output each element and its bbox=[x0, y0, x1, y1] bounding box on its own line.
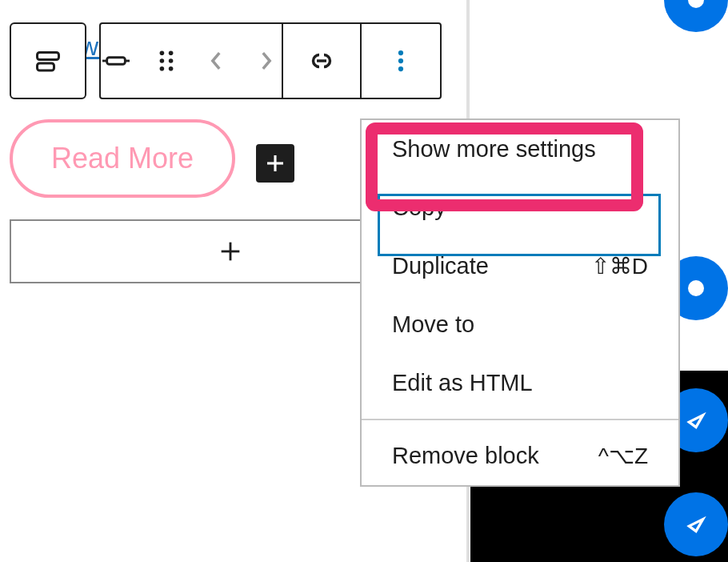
svg-point-20 bbox=[688, 280, 704, 296]
justify-button[interactable] bbox=[101, 42, 132, 80]
menu-item-label: Remove block bbox=[392, 443, 539, 469]
sidebar-action-badge[interactable] bbox=[664, 492, 728, 556]
block-toolbar bbox=[99, 22, 442, 99]
menu-item-copy[interactable]: Copy bbox=[362, 179, 678, 237]
more-options-button[interactable] bbox=[382, 42, 420, 80]
move-up-button[interactable] bbox=[201, 42, 232, 80]
toolbar-section-link bbox=[283, 24, 362, 98]
menu-item-edit-as-html[interactable]: Edit as HTML bbox=[362, 354, 678, 412]
menu-item-label: Move to bbox=[392, 311, 474, 338]
drag-handle-icon[interactable] bbox=[151, 42, 182, 80]
svg-point-5 bbox=[159, 50, 164, 55]
sidebar-action-badge[interactable] bbox=[664, 0, 728, 32]
plus-icon bbox=[217, 238, 244, 265]
svg-point-7 bbox=[159, 58, 164, 63]
menu-item-move-to[interactable]: Move to bbox=[362, 295, 678, 354]
svg-point-13 bbox=[398, 58, 403, 63]
link-button[interactable] bbox=[302, 42, 341, 80]
menu-item-show-more-settings[interactable]: Show more settings bbox=[362, 120, 678, 179]
add-block-inline-button[interactable] bbox=[256, 144, 294, 183]
menu-item-label: Copy bbox=[392, 195, 446, 221]
move-down-button[interactable] bbox=[251, 42, 282, 80]
svg-point-10 bbox=[169, 66, 174, 71]
menu-item-shortcut: ^⌥Z bbox=[598, 443, 648, 469]
svg-point-14 bbox=[398, 66, 403, 71]
svg-rect-0 bbox=[38, 53, 59, 60]
block-parent-selector[interactable] bbox=[10, 22, 86, 99]
menu-item-label: Duplicate bbox=[392, 253, 489, 279]
svg-point-6 bbox=[169, 50, 174, 55]
menu-item-label: Show more settings bbox=[392, 136, 596, 163]
menu-item-remove-block[interactable]: Remove block ^⌥Z bbox=[362, 419, 678, 485]
svg-point-19 bbox=[688, 0, 704, 8]
menu-item-duplicate[interactable]: Duplicate ⇧⌘D bbox=[362, 237, 678, 295]
svg-rect-1 bbox=[38, 63, 54, 70]
toolbar-section-more bbox=[362, 24, 440, 98]
toolbar-section-controls bbox=[101, 24, 283, 98]
menu-item-label: Edit as HTML bbox=[392, 370, 533, 396]
read-more-button[interactable]: Read More bbox=[10, 119, 235, 198]
svg-point-9 bbox=[159, 66, 164, 71]
menu-item-shortcut: ⇧⌘D bbox=[591, 253, 648, 279]
svg-point-12 bbox=[398, 50, 403, 55]
svg-point-8 bbox=[169, 58, 174, 63]
block-options-dropdown: Show more settings Copy Duplicate ⇧⌘D Mo… bbox=[360, 118, 680, 487]
svg-rect-2 bbox=[107, 58, 126, 65]
buttons-block-icon bbox=[34, 46, 62, 75]
